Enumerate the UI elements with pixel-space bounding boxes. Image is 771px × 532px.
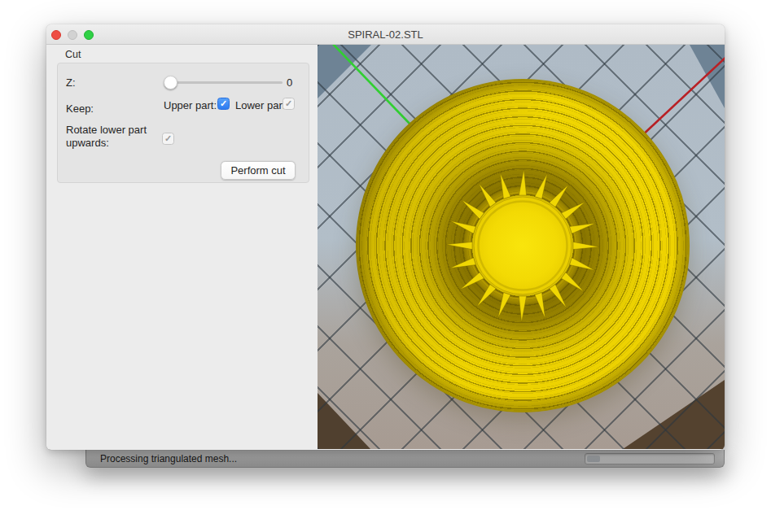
- z-label: Z:: [66, 76, 76, 89]
- z-value: 0: [287, 76, 292, 89]
- progress-bar: [585, 453, 715, 464]
- x-axis-line: [640, 55, 725, 137]
- cut-group-label: Cut: [65, 49, 81, 60]
- y-axis-line: [331, 45, 412, 126]
- window-titlebar: SPIRAL-02.STL: [46, 24, 725, 45]
- lower-part-label: Lower part:: [235, 99, 288, 111]
- progress-bar-fill: [587, 456, 600, 462]
- z-slider[interactable]: [164, 75, 283, 89]
- cut-groupbox: Z: 0 Keep: Upper part: Lower part: Rotat…: [57, 63, 309, 183]
- z-slider-thumb[interactable]: [164, 76, 177, 89]
- 3d-viewport[interactable]: [318, 45, 725, 449]
- window-content: Cut Z: 0 Keep: Upper part: Lower part: R…: [46, 45, 725, 449]
- rotate-lower-label: Rotate lower part upwards:: [66, 124, 159, 150]
- main-window: SPIRAL-02.STL Cut Z: 0 Keep: Upper part:…: [46, 24, 725, 450]
- perform-cut-button[interactable]: Perform cut: [221, 161, 296, 180]
- lower-part-checkbox: [283, 98, 295, 110]
- status-window: Processing triangulated mesh...: [85, 450, 725, 468]
- z-slider-track[interactable]: [164, 81, 283, 84]
- hub-disc: [474, 197, 572, 294]
- upper-part-label: Upper part:: [164, 99, 217, 111]
- upper-part-checkbox[interactable]: [217, 98, 230, 110]
- desktop: Processing triangulated mesh... SPIRAL-0…: [0, 0, 771, 532]
- status-message: Processing triangulated mesh...: [86, 453, 237, 464]
- keep-label: Keep:: [66, 102, 94, 115]
- cut-panel: Cut Z: 0 Keep: Upper part: Lower part: R…: [46, 45, 318, 449]
- window-title: SPIRAL-02.STL: [46, 24, 725, 45]
- rotate-lower-checkbox: [162, 133, 174, 145]
- vase-center-hub: [441, 164, 604, 327]
